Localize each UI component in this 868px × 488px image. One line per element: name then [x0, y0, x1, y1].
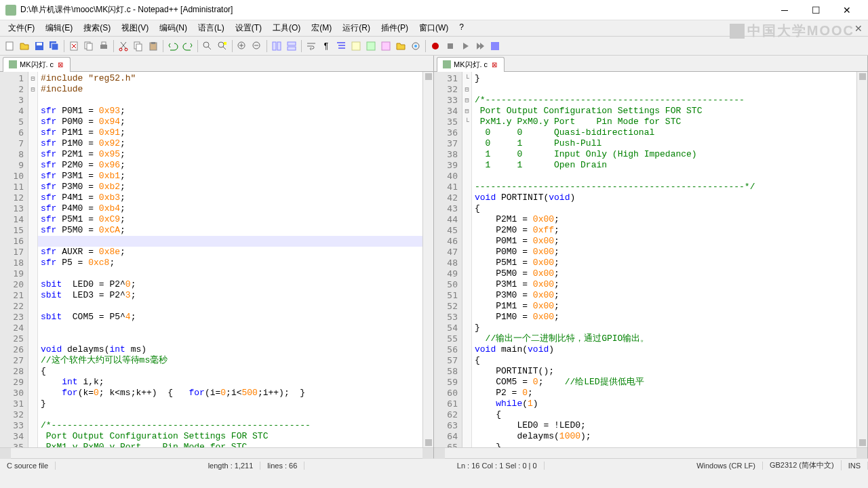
- stop-macro-icon[interactable]: [443, 39, 457, 53]
- sync-v-icon[interactable]: [270, 39, 283, 53]
- right-tabbar: MK闪灯. c⊠: [434, 56, 867, 72]
- status-lines: lines : 66: [260, 462, 304, 470]
- menu-item[interactable]: 视图(V): [116, 21, 154, 35]
- save-macro-icon[interactable]: [488, 39, 502, 53]
- svg-rect-32: [491, 42, 499, 50]
- svg-point-16: [203, 42, 209, 47]
- svg-rect-25: [352, 42, 360, 50]
- secondary-close-button[interactable]: ✕: [854, 23, 863, 34]
- zoom-out-icon[interactable]: [250, 39, 264, 53]
- svg-rect-4: [52, 43, 58, 50]
- record-macro-icon[interactable]: [429, 39, 442, 53]
- code-content[interactable]: #include "reg52.h"#include sfr P0M1 = 0x…: [38, 72, 422, 447]
- menu-item[interactable]: 设置(T): [230, 21, 267, 35]
- zoom-in-icon[interactable]: [235, 39, 249, 53]
- menu-item[interactable]: 插件(P): [376, 21, 414, 35]
- close-button[interactable]: ✕: [831, 0, 863, 20]
- app-icon: [5, 5, 16, 16]
- horizontal-scrollbar[interactable]: [0, 447, 433, 458]
- menu-item[interactable]: 语言(L): [193, 21, 230, 35]
- find-icon[interactable]: [201, 39, 214, 53]
- right-pane: MK闪灯. c⊠ 3132333435363738394041424344454…: [434, 56, 868, 458]
- status-bar: C source file length : 1,211 lines : 66 …: [0, 458, 868, 472]
- folder-icon[interactable]: [394, 39, 408, 53]
- right-editor[interactable]: 3132333435363738394041424344454647484950…: [434, 72, 867, 447]
- tab-close-icon[interactable]: ⊠: [490, 61, 498, 68]
- left-pane: MK闪灯. c⊠ 1234567891011121314151617181920…: [0, 56, 434, 458]
- code-content[interactable]: }/*-------------------------------------…: [472, 72, 856, 447]
- undo-icon[interactable]: [166, 39, 180, 53]
- svg-rect-18: [224, 42, 226, 45]
- menu-item[interactable]: 工具(O): [267, 21, 306, 35]
- menu-item[interactable]: 搜索(S): [78, 21, 116, 35]
- status-insert-mode: INS: [842, 462, 868, 470]
- svg-rect-31: [448, 43, 453, 49]
- save-icon[interactable]: [33, 39, 46, 53]
- menu-item[interactable]: 窗口(W): [414, 21, 454, 35]
- svg-rect-13: [136, 44, 142, 51]
- sync-h-icon[interactable]: [285, 39, 298, 53]
- func-list-icon[interactable]: [379, 39, 393, 53]
- print-icon[interactable]: [97, 39, 111, 53]
- minimize-button[interactable]: ─: [769, 0, 800, 20]
- wordwrap-icon[interactable]: [304, 39, 318, 53]
- status-eol: Windows (CR LF): [690, 462, 763, 470]
- lang-icon[interactable]: [349, 39, 363, 53]
- svg-rect-8: [100, 45, 107, 49]
- menu-item[interactable]: 编码(N): [154, 21, 193, 35]
- menu-item[interactable]: 宏(M): [306, 21, 337, 35]
- svg-rect-0: [6, 42, 13, 50]
- file-icon: [9, 60, 17, 68]
- vertical-scrollbar[interactable]: [856, 72, 867, 447]
- cut-icon[interactable]: [117, 39, 130, 53]
- doc-map-icon[interactable]: [364, 39, 378, 53]
- horizontal-scrollbar[interactable]: [434, 447, 867, 458]
- editors-split: MK闪灯. c⊠ 1234567891011121314151617181920…: [0, 56, 868, 458]
- replace-icon[interactable]: [216, 39, 229, 53]
- svg-rect-27: [382, 42, 390, 50]
- tab-close-icon[interactable]: ⊠: [56, 61, 64, 68]
- vertical-scrollbar[interactable]: [422, 72, 433, 447]
- svg-rect-22: [277, 42, 281, 50]
- tab-right[interactable]: MK闪灯. c⊠: [437, 57, 505, 72]
- svg-rect-2: [37, 43, 42, 45]
- fold-gutter[interactable]: ⊟⊟: [28, 72, 38, 447]
- left-editor[interactable]: 1234567891011121314151617181920212223242…: [0, 72, 433, 447]
- play-macro-icon[interactable]: [458, 39, 472, 53]
- indent-guide-icon[interactable]: [334, 39, 348, 53]
- svg-rect-9: [102, 42, 106, 45]
- line-gutter: 3132333435363738394041424344454647484950…: [434, 72, 462, 447]
- title-bar: D:\单片机课件\mooc\MK闪灯.c - Notepad++ [Admini…: [0, 0, 868, 20]
- status-filetype: C source file: [0, 462, 56, 470]
- status-length: length : 1,211: [201, 462, 261, 470]
- maximize-button[interactable]: ☐: [800, 0, 831, 20]
- menu-item[interactable]: ?: [454, 21, 469, 35]
- save-all-icon[interactable]: [47, 39, 61, 53]
- new-file-icon[interactable]: [3, 39, 16, 53]
- copy-icon[interactable]: [132, 39, 145, 53]
- open-file-icon[interactable]: [18, 39, 31, 53]
- menu-item[interactable]: 运行(R): [337, 21, 376, 35]
- paste-icon[interactable]: [146, 39, 160, 53]
- svg-rect-26: [367, 42, 375, 50]
- menu-bar: 文件(F)编辑(E)搜索(S)视图(V)编码(N)语言(L)设置(T)工具(O)…: [0, 20, 868, 37]
- svg-rect-24: [288, 47, 296, 50]
- show-all-chars-icon[interactable]: ¶: [319, 39, 333, 53]
- tab-label: MK闪灯. c: [20, 60, 54, 70]
- tab-left[interactable]: MK闪灯. c⊠: [3, 57, 71, 72]
- monitor-icon[interactable]: [409, 39, 422, 53]
- svg-rect-23: [288, 42, 296, 45]
- close-file-icon[interactable]: [67, 39, 81, 53]
- tab-label: MK闪灯. c: [454, 60, 488, 70]
- close-all-icon[interactable]: [82, 39, 96, 53]
- menu-item[interactable]: 文件(F): [3, 21, 40, 35]
- play-multi-icon[interactable]: [473, 39, 487, 53]
- status-position: Ln : 16 Col : 1 Sel : 0 | 0: [450, 462, 545, 470]
- svg-point-29: [414, 45, 417, 47]
- redo-icon[interactable]: [181, 39, 195, 53]
- menu-item[interactable]: 编辑(E): [40, 21, 78, 35]
- file-icon: [443, 60, 451, 68]
- svg-point-30: [432, 43, 439, 49]
- fold-gutter[interactable]: └⊟⊟⊟└: [462, 72, 472, 447]
- status-encoding: GB2312 (简体中文): [763, 460, 842, 470]
